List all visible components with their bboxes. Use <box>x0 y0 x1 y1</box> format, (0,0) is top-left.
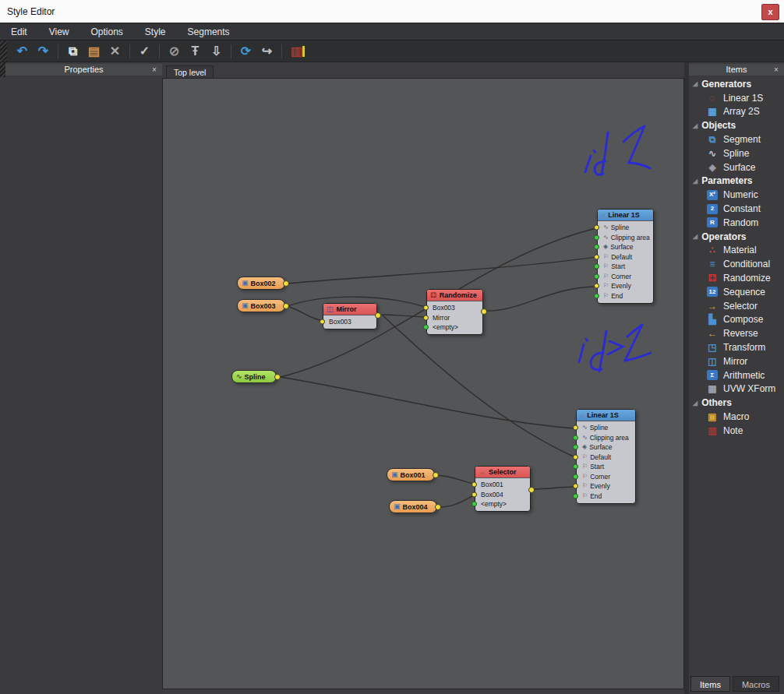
palette-item-reverse[interactable]: ←Reverse <box>689 326 784 340</box>
menu-item-view[interactable]: View <box>38 24 80 40</box>
node-label: Box003 <box>251 302 276 310</box>
node-input-row-end: ⚐End <box>598 291 653 301</box>
menu-item-segments[interactable]: Segments <box>177 24 241 40</box>
section-operators[interactable]: ◢Operators <box>689 230 784 244</box>
window-title: Style Editor <box>7 6 55 17</box>
input-socket[interactable] <box>594 234 599 240</box>
palette-item-compose[interactable]: ▙Compose <box>689 313 784 327</box>
node-canvas[interactable]: ▣Box002▣Box003∿Spline▣Box001▣Box004◫Mirr… <box>162 78 684 689</box>
input-socket[interactable] <box>423 315 429 320</box>
node-output-socket[interactable] <box>283 303 289 309</box>
input-socket[interactable] <box>573 435 578 440</box>
palette-item-array-2s[interactable]: ▦Array 2S <box>689 105 784 119</box>
input-socket[interactable] <box>594 225 599 231</box>
input-socket[interactable] <box>573 445 578 450</box>
palette-item-transform[interactable]: ◳Transform <box>689 340 784 354</box>
section-parameters[interactable]: ◢Parameters <box>689 174 784 188</box>
tab-items[interactable]: Items <box>690 676 730 692</box>
node-output-socket[interactable] <box>528 487 535 493</box>
palette-item-spline[interactable]: ∿Spline <box>689 146 784 160</box>
items-close-icon[interactable]: × <box>772 64 781 76</box>
palette-item-surface[interactable]: ◈Surface <box>689 160 784 174</box>
palette-item-sequence[interactable]: 12Sequence <box>689 285 784 299</box>
redo-icon[interactable]: ↷ <box>34 42 53 61</box>
node-input-row-surface: ◈Surface <box>598 242 653 252</box>
input-socket[interactable] <box>594 254 599 259</box>
node-selector[interactable]: →SelectorBox001Box004<empty> <box>475 466 531 512</box>
toolbar-drag-handle[interactable] <box>0 41 7 62</box>
palette-item-random[interactable]: RRandom <box>689 216 784 230</box>
node-linear1[interactable]: ◌Linear 1S∿Spline∿Clipping area◈Surface⚐… <box>597 209 654 304</box>
node-box002[interactable]: ▣Box002 <box>237 277 285 290</box>
input-label: Clipping area <box>590 434 629 442</box>
menu-item-options[interactable]: Options <box>79 24 133 40</box>
node-spline[interactable]: ∿Spline <box>231 370 277 383</box>
input-socket[interactable] <box>594 245 599 250</box>
section-others[interactable]: ◢Others <box>689 396 784 410</box>
disable-icon[interactable]: ⊘ <box>164 42 184 61</box>
node-output-socket[interactable] <box>433 472 439 478</box>
palette-item-randomize[interactable]: ⚃Randomize <box>689 271 784 285</box>
menu-item-style[interactable]: Style <box>134 24 177 40</box>
input-socket[interactable] <box>471 491 477 497</box>
undo-icon[interactable]: ↶ <box>12 42 32 61</box>
window-close-button[interactable]: x <box>761 4 779 20</box>
node-box004[interactable]: ▣Box004 <box>389 500 437 513</box>
node-randomize[interactable]: ⚃RandomizeBox003Mirror<empty> <box>426 289 483 335</box>
input-socket[interactable] <box>594 273 599 279</box>
input-socket[interactable] <box>471 501 477 506</box>
node-output-socket[interactable] <box>283 280 289 287</box>
input-socket[interactable] <box>573 484 578 489</box>
palette-item-constant[interactable]: 2Constant <box>689 202 784 216</box>
palette-item-numeric[interactable]: X²Numeric <box>689 188 784 202</box>
palette-item-note[interactable]: ▥Note <box>689 424 784 438</box>
export-icon[interactable]: ↪ <box>257 42 277 61</box>
delete-icon[interactable]: ✕ <box>105 42 125 61</box>
section-objects[interactable]: ◢Objects <box>689 118 784 132</box>
palette-item-mirror[interactable]: ◫Mirror <box>689 354 784 368</box>
palette-item-linear-1s[interactable]: ◌Linear 1S <box>689 91 784 105</box>
tab-macros[interactable]: Macros <box>733 676 779 692</box>
collapse-arrow-icon: ◢ <box>693 80 697 87</box>
palette-item-macro[interactable]: ▣Macro <box>689 410 784 424</box>
node-linear2[interactable]: ◌Linear 1S∿Spline∿Clipping area◈Surface⚐… <box>576 409 636 504</box>
spline-icon: ∿ <box>582 435 588 441</box>
node-output-socket[interactable] <box>435 504 441 510</box>
palette-item-material[interactable]: ∴Material <box>689 244 784 258</box>
input-socket[interactable] <box>573 493 578 498</box>
container-icon[interactable]: ⇩ <box>207 42 226 61</box>
note-icon[interactable]: ▥ <box>287 42 306 61</box>
node-mirror[interactable]: ◫MirrorBox003 <box>323 303 377 329</box>
verify-icon[interactable]: ✓ <box>135 42 154 61</box>
canvas-tab-top-level[interactable]: Top level <box>166 65 214 78</box>
copy-icon[interactable]: ⧉ <box>63 42 83 61</box>
node-box001[interactable]: ▣Box001 <box>387 468 435 481</box>
palette-item-conditional[interactable]: ≡Conditional <box>689 257 784 271</box>
input-socket[interactable] <box>423 324 429 329</box>
refresh-icon[interactable]: ⟳ <box>236 42 256 61</box>
node-output-socket[interactable] <box>274 374 281 380</box>
section-generators[interactable]: ◢Generators <box>689 77 784 91</box>
input-socket[interactable] <box>573 425 578 431</box>
palette-item-uvw-xform[interactable]: ▦UVW XForm <box>689 382 784 396</box>
input-socket[interactable] <box>594 293 599 298</box>
input-socket[interactable] <box>423 305 429 311</box>
input-socket[interactable] <box>573 474 578 479</box>
node-box003[interactable]: ▣Box003 <box>237 299 285 312</box>
input-socket[interactable] <box>320 319 325 325</box>
panel-drag-handle[interactable] <box>0 62 5 77</box>
properties-close-icon[interactable]: × <box>150 64 159 76</box>
node-output-socket[interactable] <box>375 312 381 319</box>
input-socket[interactable] <box>573 464 578 470</box>
input-socket[interactable] <box>573 454 578 460</box>
input-socket[interactable] <box>594 264 599 269</box>
palette-item-arithmetic[interactable]: ΣArithmetic <box>689 368 784 382</box>
palette-item-segment[interactable]: ⧉Segment <box>689 132 784 146</box>
collapse-icon[interactable]: Ŧ <box>185 42 205 61</box>
paste-icon[interactable]: ▤ <box>84 42 104 61</box>
node-output-socket[interactable] <box>481 308 487 315</box>
input-socket[interactable] <box>471 482 477 488</box>
menu-item-edit[interactable]: Edit <box>0 24 38 40</box>
palette-item-selector[interactable]: →Selector <box>689 299 784 313</box>
input-socket[interactable] <box>594 284 599 289</box>
